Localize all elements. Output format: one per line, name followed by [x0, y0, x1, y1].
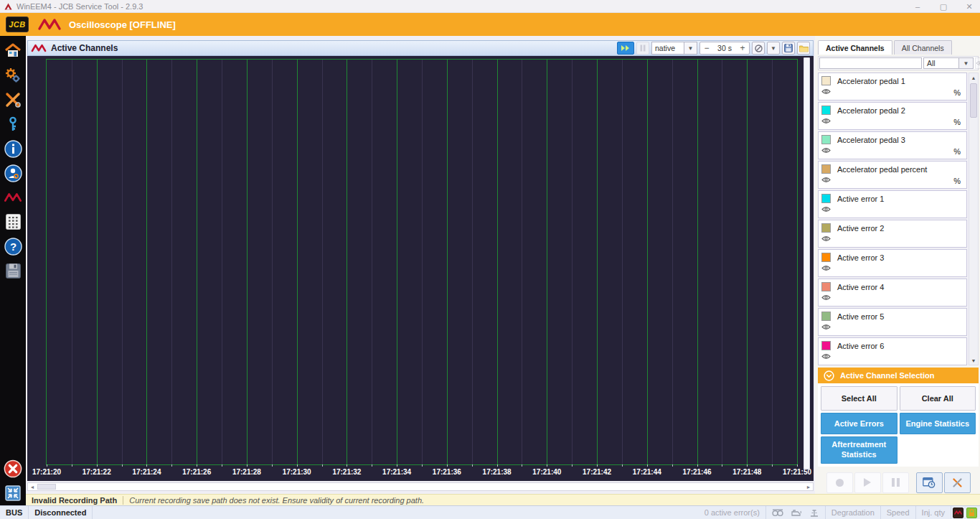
minimize-button[interactable]: – [913, 2, 923, 11]
time-axis-label: 17:21:22 [83, 468, 111, 476]
fast-forward-button[interactable] [617, 42, 634, 55]
keypad-icon[interactable] [4, 212, 22, 231]
major-gridline [397, 60, 397, 464]
scroll-right-icon[interactable]: ► [804, 483, 813, 490]
chevron-down-icon[interactable]: ▼ [959, 57, 974, 69]
tab-all-channels[interactable]: All Channels [894, 40, 952, 55]
notification-title: Invalid Recording Path [32, 496, 117, 505]
axis-tick [747, 464, 748, 467]
axis-tick [247, 464, 248, 467]
save-recording-button[interactable] [782, 42, 795, 55]
degradation-label: Degradation [826, 506, 881, 519]
oscilloscope-chart[interactable]: 17:21:2017:21:2217:21:2417:21:2617:21:28… [27, 56, 814, 481]
show-all-eye-button[interactable] [975, 57, 980, 69]
scroll-left-icon[interactable]: ◄ [28, 483, 37, 490]
channel-name: Accelerator pedal 1 [837, 77, 905, 85]
channel-row[interactable]: Accelerator pedal 1% [818, 73, 967, 100]
major-gridline [197, 60, 197, 464]
open-recording-button[interactable] [797, 42, 810, 55]
major-gridline [247, 60, 248, 464]
no-entry-icon [755, 45, 763, 52]
tools-icon[interactable] [4, 90, 22, 109]
speed-select[interactable]: native ▼ [651, 42, 697, 55]
eye-icon[interactable] [821, 144, 831, 156]
clear-chart-button[interactable] [752, 42, 765, 55]
axis-tick [97, 464, 98, 467]
error-close-icon[interactable] [4, 459, 22, 478]
major-gridline [447, 60, 448, 464]
channel-row[interactable]: Accelerator pedal 2% [818, 102, 967, 130]
channel-row[interactable]: Accelerator pedal percent% [818, 161, 967, 189]
channel-row[interactable]: Active error 5 [818, 308, 967, 336]
eye-icon[interactable] [821, 320, 831, 333]
time-axis-label: 17:21:28 [232, 468, 261, 476]
chart-vertical-scrollbar[interactable] [804, 57, 810, 469]
notification-message: Current recording save path does not exi… [129, 496, 424, 505]
service-user-icon[interactable] [4, 164, 22, 182]
app-header: JCB Oscilloscope [OFFLINE] [0, 13, 980, 36]
scroll-down-icon[interactable]: ▼ [969, 356, 978, 365]
chart-horizontal-scrollbar[interactable]: ◄ ► [27, 482, 814, 491]
minor-gridline [72, 60, 72, 464]
eye-icon[interactable] [821, 350, 831, 363]
channel-list-scrollbar[interactable]: ▲ ▼ [969, 73, 979, 365]
key-icon[interactable] [4, 115, 22, 134]
engine-statistics-button[interactable]: Engine Statistics [900, 413, 976, 434]
section-title: Active Channel Selection [840, 371, 934, 380]
zoom-out-button[interactable]: − [700, 43, 713, 53]
scroll-thumb[interactable] [37, 484, 56, 490]
channel-row[interactable]: Active error 2 [818, 220, 967, 248]
clear-options-button[interactable]: ▼ [767, 42, 780, 55]
eye-icon[interactable] [821, 114, 831, 127]
channel-row[interactable]: Active error 4 [818, 279, 967, 307]
channel-row[interactable]: Accelerator pedal 3% [818, 131, 967, 159]
eye-icon[interactable] [821, 85, 831, 98]
channel-search-input[interactable] [819, 57, 922, 69]
tab-active-channels[interactable]: Active Channels [818, 40, 892, 55]
channel-filter-select[interactable]: All ▼ [923, 57, 974, 69]
time-axis-label: 17:21:36 [433, 468, 461, 476]
collapse-icon[interactable] [4, 484, 22, 502]
clear-all-button[interactable]: Clear All [900, 386, 976, 411]
time-axis-label: 17:21:26 [182, 468, 211, 476]
axis-tick [322, 464, 323, 467]
tools-icon [952, 477, 963, 488]
play-button [854, 472, 881, 493]
channel-list: Accelerator pedal 1%Accelerator pedal 2%… [818, 73, 967, 365]
home-icon[interactable] [4, 42, 22, 60]
scroll-thumb[interactable] [970, 83, 977, 118]
settings-gears-icon[interactable] [4, 66, 22, 85]
chevron-down-icon[interactable]: ▼ [684, 42, 697, 55]
time-window-control: − 30 s + [699, 42, 750, 55]
select-all-button[interactable]: Select All [821, 386, 897, 411]
speed-label: Speed [881, 506, 916, 519]
application-window: WinEEM4 - JCB Service Tool - 2.9.3 – ▢ ✕… [0, 0, 980, 519]
channel-name: Active error 1 [837, 195, 884, 203]
channel-row[interactable]: Active error 3 [818, 249, 967, 277]
zoom-in-button[interactable]: + [736, 43, 749, 53]
save-disk-icon[interactable] [4, 261, 22, 280]
eye-icon[interactable] [821, 173, 831, 186]
active-channel-selection-header[interactable]: Active Channel Selection [818, 368, 979, 383]
info-icon[interactable] [4, 139, 22, 158]
eye-icon[interactable] [821, 232, 831, 245]
channel-row[interactable]: Active error 1 [818, 190, 967, 218]
aftertreatment-statistics-button[interactable]: Aftertreatment Statistics [821, 436, 897, 464]
eye-icon[interactable] [821, 291, 831, 304]
chart-toolbar: native ▼ − 30 s + ▼ [617, 42, 810, 55]
oscilloscope-wave-icon[interactable] [4, 188, 22, 207]
eye-icon[interactable] [821, 202, 831, 215]
chart-settings-button[interactable] [944, 472, 971, 493]
status-bar: BUS Disconnected 0 active error(s) Degra… [0, 505, 980, 519]
close-button[interactable]: ✕ [964, 2, 974, 11]
maximize-button[interactable]: ▢ [938, 2, 948, 11]
bus-state: Disconnected [29, 506, 93, 519]
scroll-up-icon[interactable]: ▲ [969, 73, 978, 82]
eye-icon[interactable] [821, 261, 831, 274]
active-errors-button[interactable]: Active Errors [821, 413, 897, 434]
channel-row[interactable]: Active error 6 [818, 337, 967, 365]
channels-panel: Active Channels All Channels All ▼ Accel… [815, 36, 980, 494]
recording-settings-button[interactable] [916, 472, 943, 493]
help-icon[interactable]: ? [4, 237, 22, 256]
axis-tick [622, 464, 623, 467]
